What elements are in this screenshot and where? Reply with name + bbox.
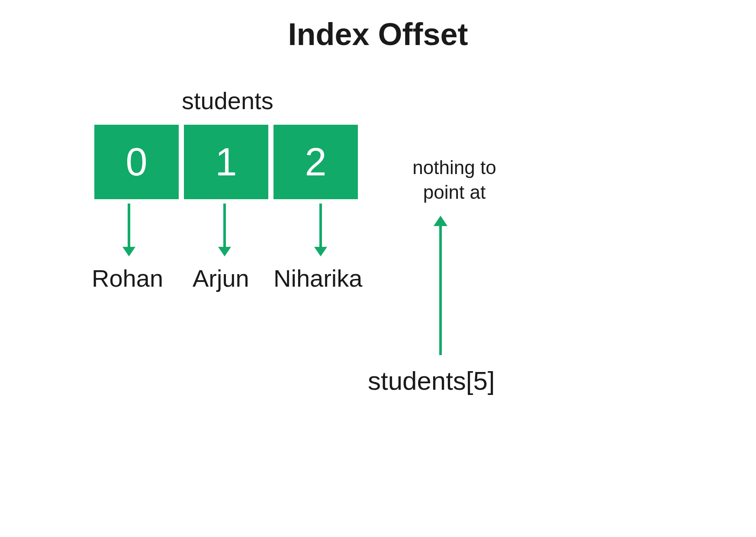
arrow-up-icon	[439, 225, 442, 355]
value-label-1: Arjun	[193, 264, 249, 292]
nothing-to-point-label: nothing to point at	[398, 155, 511, 204]
array-container: 0 1 2	[94, 125, 358, 199]
value-label-0: Rohan	[92, 264, 163, 292]
array-cell-2: 2	[273, 125, 358, 199]
arrow-down-icon	[319, 204, 322, 248]
value-label-2: Niharika	[273, 264, 362, 292]
arrow-down-icon	[128, 204, 130, 248]
arrow-down-icon	[223, 204, 226, 248]
nothing-line-2: point at	[423, 181, 486, 203]
out-of-bounds-label: students[5]	[368, 366, 495, 396]
nothing-line-1: nothing to	[412, 157, 496, 178]
array-cell-0: 0	[94, 125, 179, 199]
diagram-title: Index Offset	[288, 16, 468, 52]
array-cell-1: 1	[184, 125, 268, 199]
array-label: students	[182, 87, 273, 115]
